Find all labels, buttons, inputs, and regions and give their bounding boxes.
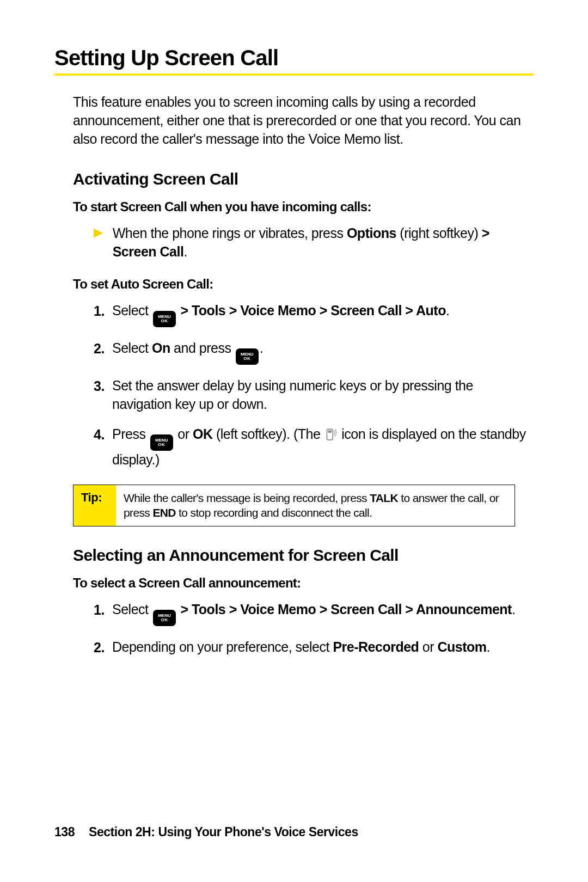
step-text: Select On and press MENUOK. (112, 339, 534, 365)
bold-end: END (152, 506, 175, 519)
subhead-select-announcement: To select a Screen Call announcement: (73, 575, 534, 591)
page-footer: 138Section 2H: Using Your Phone's Voice … (54, 825, 358, 840)
step-4: 4. Press MENUOK or OK (left softkey). (T… (94, 425, 534, 469)
section-heading-activating: Activating Screen Call (73, 170, 534, 188)
step-number: 1. (94, 601, 112, 626)
subhead-auto-screen-call: To set Auto Screen Call: (73, 277, 534, 292)
text-fragment: . (260, 340, 263, 356)
steps-list-auto: 1. Select MENUOK > Tools > Voice Memo > … (94, 302, 534, 469)
step-2: 2. Depending on your preference, select … (94, 638, 534, 657)
text-fragment: Select (112, 602, 152, 617)
text-fragment: to stop recording and disconnect the cal… (176, 506, 372, 519)
text-fragment: or (174, 426, 193, 442)
footer-section-text: Section 2H: Using Your Phone's Voice Ser… (89, 825, 358, 839)
menu-ok-key-icon: MENUOK (153, 610, 176, 626)
step-3: 3. Set the answer delay by using numeric… (94, 377, 534, 414)
step-number: 1. (94, 302, 112, 327)
text-fragment: and press (170, 340, 235, 356)
text-fragment: Press (112, 426, 149, 442)
text-fragment: Select (112, 340, 152, 356)
bold-on: On (152, 340, 170, 356)
tip-text: While the caller's message is being reco… (116, 485, 514, 526)
step-text: Press MENUOK or OK (left softkey). (The … (112, 425, 534, 469)
text-fragment: (left softkey). (The (212, 426, 323, 442)
section-heading-announcement: Selecting an Announcement for Screen Cal… (73, 546, 534, 565)
tip-label: Tip: (74, 485, 116, 526)
intro-paragraph: This feature enables you to screen incom… (73, 93, 534, 148)
text-fragment: or (419, 639, 437, 654)
menu-ok-key-icon: MENUOK (153, 311, 176, 327)
text-fragment: Select (112, 303, 152, 318)
page-number: 138 (54, 825, 75, 839)
text-fragment: . (487, 639, 490, 654)
bullet-text: When the phone rings or vibrates, press … (113, 224, 534, 261)
phone-signal-icon (324, 427, 338, 441)
text-fragment: . (512, 602, 515, 617)
bold-path: > Tools > Voice Memo > Screen Call > Ann… (177, 602, 512, 617)
page-title: Setting Up Screen Call (54, 46, 534, 76)
step-number: 2. (94, 638, 112, 657)
step-number: 2. (94, 339, 112, 365)
subhead-start-screen-call: To start Screen Call when you have incom… (73, 199, 534, 215)
step-text: Select MENUOK > Tools > Voice Memo > Scr… (112, 601, 534, 626)
bold-prerecorded: Pre-Recorded (333, 639, 419, 654)
bold-ok: OK (193, 426, 213, 442)
text-fragment: . (446, 303, 449, 318)
bold-custom: Custom (437, 639, 486, 654)
manual-page: Setting Up Screen Call This feature enab… (0, 0, 588, 882)
steps-list-announcement: 1. Select MENUOK > Tools > Voice Memo > … (94, 601, 534, 657)
bold-talk: TALK (370, 492, 398, 504)
text-fragment: . (183, 244, 187, 259)
svg-rect-1 (328, 431, 332, 433)
step-2: 2. Select On and press MENUOK. (94, 339, 534, 365)
bullet-item: ▶ When the phone rings or vibrates, pres… (94, 224, 534, 261)
text-fragment: Depending on your preference, select (112, 639, 333, 654)
step-text: Depending on your preference, select Pre… (112, 638, 534, 657)
bold-options: Options (347, 225, 396, 241)
text-fragment: (right softkey) (396, 225, 482, 241)
step-1: 1. Select MENUOK > Tools > Voice Memo > … (94, 601, 534, 626)
triangle-bullet-icon: ▶ (94, 224, 103, 261)
step-1: 1. Select MENUOK > Tools > Voice Memo > … (94, 302, 534, 327)
text-fragment: While the caller's message is being reco… (124, 492, 370, 504)
menu-ok-key-icon: MENUOK (150, 434, 173, 451)
step-text: Set the answer delay by using numeric ke… (112, 377, 534, 414)
bold-path: > Tools > Voice Memo > Screen Call > Aut… (177, 303, 446, 318)
text-fragment: When the phone rings or vibrates, press (113, 225, 347, 241)
menu-ok-key-icon: MENUOK (236, 348, 259, 365)
step-number: 3. (94, 377, 112, 414)
step-number: 4. (94, 425, 112, 469)
step-text: Select MENUOK > Tools > Voice Memo > Scr… (112, 302, 534, 327)
tip-callout: Tip: While the caller's message is being… (73, 485, 515, 526)
